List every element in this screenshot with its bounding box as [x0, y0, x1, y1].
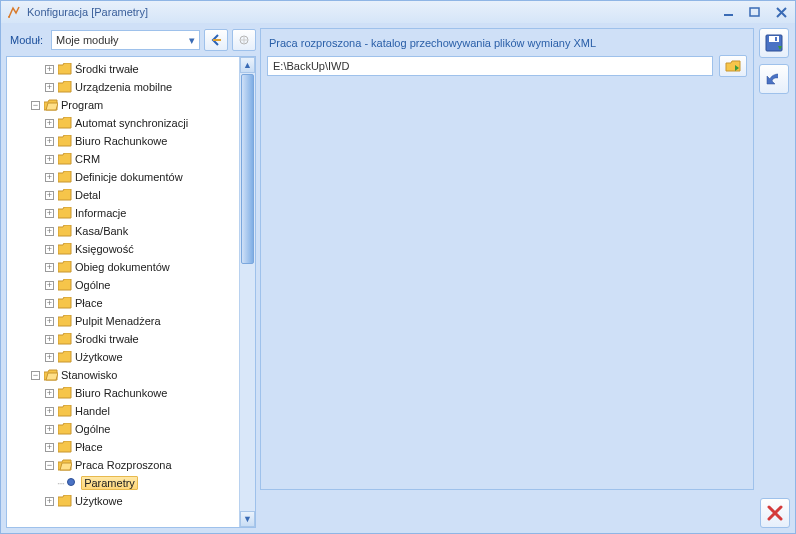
folder-icon: [58, 135, 72, 147]
folder-icon: [58, 297, 72, 309]
tree-node[interactable]: +Automat synchronizacji: [11, 114, 239, 132]
window-buttons: [721, 5, 789, 19]
scroll-thumb[interactable]: [241, 74, 254, 264]
bullet-icon: [66, 477, 80, 489]
bottom-bar: [260, 494, 790, 528]
save-button[interactable]: [759, 28, 789, 58]
tree-node[interactable]: +Środki trwałe: [11, 60, 239, 78]
browse-folder-button[interactable]: [719, 55, 747, 77]
undo-button[interactable]: [759, 64, 789, 94]
chevron-down-icon: ▾: [189, 34, 195, 47]
tree-node[interactable]: +CRM: [11, 150, 239, 168]
config-window: Konfiguracja [Parametry] Moduł: Moje mod…: [0, 0, 796, 534]
tree-node[interactable]: +Obieg dokumentów: [11, 258, 239, 276]
window-title: Konfiguracja [Parametry]: [27, 6, 721, 18]
maximize-button[interactable]: [747, 5, 763, 19]
tree-node[interactable]: +Kasa/Bank: [11, 222, 239, 240]
tree-node[interactable]: +Biuro Rachunkowe: [11, 384, 239, 402]
tree-node[interactable]: +Użytkowe: [11, 348, 239, 366]
left-panel: Moduł: Moje moduły ▾ +Środki trwałe +Urz…: [6, 28, 256, 528]
folder-icon: [58, 207, 72, 219]
titlebar: Konfiguracja [Parametry]: [1, 1, 795, 23]
svg-rect-7: [775, 37, 777, 41]
folder-icon: [58, 441, 72, 453]
side-actions: [758, 28, 790, 490]
module-bar: Moduł: Moje moduły ▾: [6, 28, 256, 56]
folder-icon: [58, 315, 72, 327]
folder-icon: [58, 387, 72, 399]
app-icon: [7, 5, 21, 19]
folder-icon: [58, 81, 72, 93]
scroll-down-button[interactable]: ▼: [240, 511, 255, 527]
folder-icon: [58, 153, 72, 165]
tree-node[interactable]: +Płace: [11, 438, 239, 456]
tree-container: +Środki trwałe +Urządzenia mobilne −Prog…: [6, 56, 256, 528]
path-row: [267, 55, 747, 77]
minimize-button[interactable]: [721, 5, 737, 19]
folder-open-icon: [44, 99, 58, 111]
scroll-up-button[interactable]: ▲: [240, 57, 255, 73]
svg-point-0: [8, 16, 10, 18]
module-selected: Moje moduły: [56, 34, 118, 46]
svg-rect-2: [750, 8, 759, 16]
tree-node[interactable]: +Handel: [11, 402, 239, 420]
folder-open-icon: [44, 369, 58, 381]
tree-node-program[interactable]: −Program: [11, 96, 239, 114]
svg-point-4: [68, 479, 75, 486]
module-dropdown[interactable]: Moje moduły ▾: [51, 30, 200, 50]
folder-icon: [58, 225, 72, 237]
tree-node[interactable]: +Detal: [11, 186, 239, 204]
settings-panel: Praca rozproszona - katalog przechowywan…: [260, 28, 754, 490]
tree-node[interactable]: +Płace: [11, 294, 239, 312]
tree-node-praca-rozproszona[interactable]: −Praca Rozproszona: [11, 456, 239, 474]
group-title: Praca rozproszona - katalog przechowywan…: [267, 35, 747, 55]
right-panel: Praca rozproszona - katalog przechowywan…: [260, 28, 790, 528]
folder-icon: [58, 495, 72, 507]
folder-icon: [58, 171, 72, 183]
tree-node-stanowisko[interactable]: −Stanowisko: [11, 366, 239, 384]
svg-rect-6: [769, 36, 779, 42]
tree-node-parametry[interactable]: ····Parametry: [11, 474, 239, 492]
content-area: Moduł: Moje moduły ▾ +Środki trwałe +Urz…: [1, 23, 795, 533]
folder-icon: [58, 351, 72, 363]
folder-icon: [58, 243, 72, 255]
svg-rect-1: [724, 14, 733, 16]
tree-node[interactable]: +Pulpit Menadżera: [11, 312, 239, 330]
tree-node[interactable]: +Użytkowe: [11, 492, 239, 510]
folder-icon: [58, 405, 72, 417]
tree-node[interactable]: +Ogólne: [11, 420, 239, 438]
tree-node[interactable]: +Ogólne: [11, 276, 239, 294]
xml-path-input[interactable]: [267, 56, 713, 76]
folder-icon: [58, 333, 72, 345]
tree-node[interactable]: +Księgowość: [11, 240, 239, 258]
tree-scrollbar[interactable]: ▲ ▼: [239, 57, 255, 527]
tree-collapse-button[interactable]: [232, 29, 256, 51]
folder-icon: [58, 423, 72, 435]
close-panel-button[interactable]: [760, 498, 790, 528]
tree-node[interactable]: +Urządzenia mobilne: [11, 78, 239, 96]
folder-icon: [58, 63, 72, 75]
tree-node[interactable]: +Informacje: [11, 204, 239, 222]
config-tree[interactable]: +Środki trwałe +Urządzenia mobilne −Prog…: [7, 57, 239, 527]
nav-back-button[interactable]: [204, 29, 228, 51]
folder-icon: [58, 189, 72, 201]
module-label: Moduł:: [6, 34, 47, 46]
close-button[interactable]: [773, 5, 789, 19]
folder-icon: [58, 279, 72, 291]
folder-icon: [58, 261, 72, 273]
tree-node[interactable]: +Biuro Rachunkowe: [11, 132, 239, 150]
folder-icon: [58, 117, 72, 129]
tree-node[interactable]: +Definicje dokumentów: [11, 168, 239, 186]
tree-connector: ····: [57, 478, 64, 489]
tree-node[interactable]: +Środki trwałe: [11, 330, 239, 348]
folder-open-icon: [58, 459, 72, 471]
